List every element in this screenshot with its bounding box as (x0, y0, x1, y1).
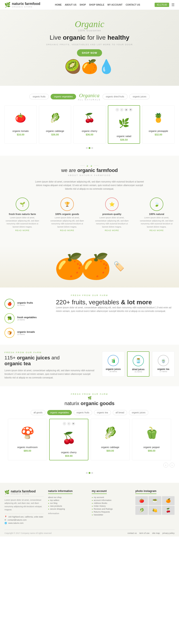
insta-item-3[interactable]: 🍊 (162, 496, 175, 505)
goods-tab-vegetables[interactable]: organic vegetables (47, 410, 72, 415)
goods-tab-bread[interactable]: all bread (113, 410, 127, 415)
footer-link-address[interactable]: ●Address Books (92, 502, 131, 504)
goods-dot-1[interactable] (86, 472, 88, 474)
dot-3[interactable] (91, 147, 93, 149)
stat-info: fresh vegetables 24 items (17, 316, 37, 321)
goods-card-cherry[interactable]: ♡ + 👁 🍒 organic cherry $59.90 (49, 419, 88, 460)
footer-link-my-account[interactable]: ●my account (92, 496, 131, 498)
footer-link-blog[interactable]: ●our blog (48, 502, 87, 504)
product-card-salad[interactable]: ♡ + ⇄ 👁 🌿 organic salad $36.50 (108, 105, 140, 144)
goods-tab-juices[interactable]: organic juices (129, 410, 148, 415)
juice-card-tea[interactable]: 🍵 organic tea 17 items (152, 351, 175, 377)
juice-card-organic[interactable]: 🧃 organic juices 26 items (102, 351, 124, 377)
footer-link-newsletter[interactable]: ●Newsletter (92, 514, 131, 516)
header-actions: €3,170.00 ☰ (155, 3, 175, 7)
footer-col-1: 🌿 naturix farmfood ORGANIC STORE Lorem i… (4, 490, 44, 525)
goods-tab-fruits[interactable]: organic fruits (74, 410, 92, 415)
wishlist-icon[interactable]: ♡ (115, 108, 119, 112)
product-image: 🍒 (76, 108, 103, 128)
footer-account-title: my account (92, 490, 107, 494)
cart-button[interactable]: €3,170.00 (155, 3, 169, 7)
juice-name: dried juices (130, 368, 147, 370)
insta-item-6[interactable]: 🍒 (162, 506, 175, 515)
carousel-dots (4, 147, 175, 149)
compare-icon[interactable]: ⇄ (124, 108, 128, 112)
prev-arrow[interactable]: ‹ (163, 462, 168, 468)
stat-icon-fruits: 🍎 (4, 299, 14, 309)
main-nav: HOME ABOUT US SHOP SHOP SINGLE MY ACCOUN… (55, 4, 140, 6)
product-price: $16.00 (7, 133, 34, 136)
nav-contact[interactable]: CONTACT US (126, 4, 140, 6)
insta-item-5[interactable]: 🍋 (149, 506, 161, 515)
menu-icon[interactable]: ☰ (172, 3, 175, 7)
footer-link-orders[interactable]: ●Order History (92, 505, 131, 507)
dot-1[interactable] (86, 147, 88, 149)
goods-card-mushroom[interactable]: 🍄 organic mushroom $89.00 (8, 419, 47, 460)
stats-section: FRESH FROM OUR FARM 🍎 organic fruits 53 … (0, 288, 179, 344)
tab-organic-vegetables[interactable]: organic vegetables (51, 94, 76, 100)
hero-guarantee: 100% Guarantee (4, 29, 175, 32)
fresh-label: FRESH FROM OUR FARM (4, 294, 175, 296)
nav-shop-single[interactable]: SHOP SINGLE (89, 4, 104, 6)
insta-item-1[interactable]: 🍅 (135, 496, 148, 505)
next-arrow[interactable]: › (170, 462, 175, 468)
copyright: Copyright © 2017 Company name All rights… (4, 532, 51, 534)
footer-link-account-info[interactable]: ●account Information (92, 499, 131, 501)
goods-tab-tea[interactable]: organic tea (94, 410, 111, 415)
dot-2[interactable] (89, 147, 90, 149)
footer-link-reviews[interactable]: ●Reviews and Ratings (92, 508, 131, 510)
tab-organic-fruits[interactable]: organic fruits (29, 94, 49, 100)
product-card-cherry[interactable]: 🍒 organic cherry $36.00 (73, 105, 106, 144)
shop-now-button[interactable]: SHOP NOW (77, 49, 102, 56)
read-more-button-0[interactable]: READ MORE (4, 229, 40, 232)
footer-website: 🌐 www.naturix.com (4, 522, 44, 524)
stat-icon-breads: 🍞 (4, 328, 14, 338)
goods-tabs: all goods organic vegetables organic fru… (4, 410, 175, 415)
read-more-button-1[interactable]: READ MORE (49, 229, 85, 232)
footer-privacy[interactable]: privacy policy (163, 532, 175, 534)
insta-item-4[interactable]: 🥬 (135, 506, 148, 515)
product-name: organic cherry (76, 130, 103, 132)
footer-link-returns[interactable]: ●Returns Requests (92, 511, 131, 513)
juice-card-dried[interactable]: 🫙 dried juices 31 items (127, 351, 150, 377)
product-card-cabbage[interactable]: 🥬 organic cabbege $36.00 (39, 105, 71, 144)
product-card-tomato[interactable]: 🍅 organic tomato $16.00 (4, 105, 37, 144)
goods-dot-2[interactable] (89, 472, 90, 474)
nav-my-account[interactable]: MY ACCOUNT (107, 4, 122, 6)
stats-right: 220+ fruits, vegetables & lot more Lorem… (56, 299, 175, 313)
product-card-pineapple[interactable]: 🍍 organic pineapple $32.00 (142, 105, 175, 144)
tab-dried-fruits[interactable]: organic dried fruits (102, 94, 128, 100)
feature-icon-organic: 🏆 (60, 198, 74, 211)
goods-grid: 🍄 organic mushroom $89.00 ♡ + 👁 🍒 organi… (4, 419, 175, 460)
footer-information-label: Information (48, 512, 87, 514)
tab-organic-juices[interactable]: organic juices (129, 94, 150, 100)
stat-name: organic breads (17, 330, 35, 333)
footer-term-of-use[interactable]: term of use (139, 532, 150, 534)
read-more-button-3[interactable]: READ MORE (139, 229, 175, 232)
eye-icon[interactable]: 👁 (72, 422, 75, 426)
juice-icon: 🍵 (158, 355, 169, 366)
nav-shop[interactable]: SHOP (80, 4, 86, 6)
footer-link-top-sellers[interactable]: ●top sellers (48, 499, 87, 501)
eye-icon[interactable]: 👁 (129, 108, 133, 112)
feature-title: 100% natural (139, 213, 175, 216)
insta-item-2[interactable]: 🥗 (149, 496, 161, 505)
footer-link-secure-shopping[interactable]: ●secure shopping (48, 508, 87, 510)
cart-add-icon[interactable]: + (120, 108, 124, 112)
goods-card-cabbage[interactable]: 🥬 organic cabbage $69.00 (91, 419, 130, 460)
footer-link-new-products[interactable]: ●new products (48, 505, 87, 507)
cart-add-icon[interactable]: + (67, 422, 71, 426)
footer-site-map[interactable]: site map (152, 532, 160, 534)
nav-home[interactable]: HOME (55, 4, 61, 6)
product-price: $36.00 (76, 133, 103, 136)
wishlist-icon[interactable]: ♡ (63, 422, 66, 426)
footer-link-about-shop[interactable]: about our shop (48, 496, 87, 498)
footer-logo: 🌿 naturix farmfood ORGANIC STORE (4, 490, 44, 495)
juices-section: FRESH FROM OUR FARM 115+ organic juices … (0, 344, 179, 386)
goods-dot-3[interactable] (91, 472, 93, 474)
read-more-button-2[interactable]: READ MORE (94, 229, 130, 232)
nav-about[interactable]: ABOUT US (65, 4, 76, 6)
goods-card-pepper[interactable]: 🫑 organic pepper $98.00 (132, 419, 171, 460)
footer-contact-us[interactable]: contact us (128, 532, 137, 534)
goods-tab-all[interactable]: all goods (31, 410, 45, 415)
